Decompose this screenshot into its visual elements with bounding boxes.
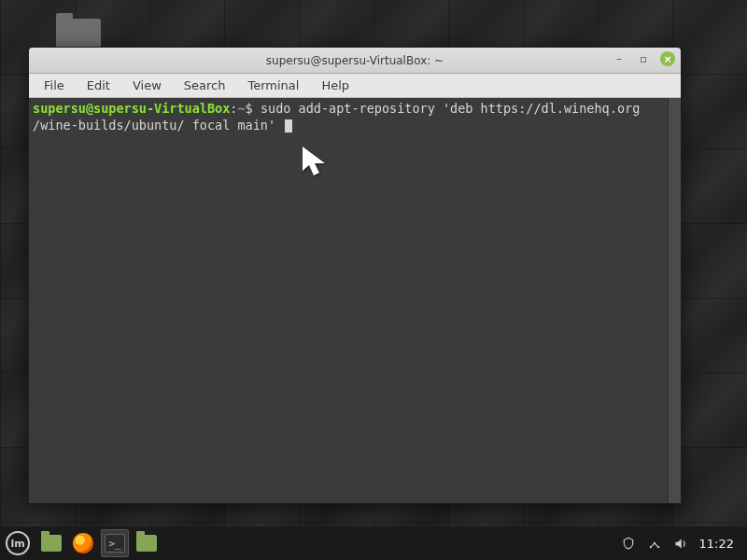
maximize-button[interactable]: ▫ <box>636 51 651 66</box>
window-title: supersu@supersu-VirtualBox: ~ <box>266 54 444 67</box>
terminal-line: /wine-builds/ubuntu/ focal main' <box>33 117 677 133</box>
taskbar-terminal[interactable]: >_ <box>101 529 129 557</box>
window-controls: – ▫ × <box>612 51 675 66</box>
prompt-user: supersu@supersu-VirtualBox <box>33 101 230 116</box>
terminal-body[interactable]: supersu@supersu-VirtualBox:~$ sudo add-a… <box>29 98 681 503</box>
menu-help[interactable]: Help <box>312 76 359 95</box>
folder-icon <box>136 535 157 552</box>
menu-search[interactable]: Search <box>175 76 235 95</box>
menu-view[interactable]: View <box>123 76 171 95</box>
close-button[interactable]: × <box>660 51 675 66</box>
taskbar-clock[interactable]: 11:22 <box>699 537 734 551</box>
terminal-menubar: File Edit View Search Terminal Help <box>29 74 681 98</box>
taskbar-files-2[interactable] <box>133 529 161 557</box>
terminal-line: supersu@supersu-VirtualBox:~$ sudo add-a… <box>33 100 677 117</box>
taskbar-firefox[interactable] <box>69 529 97 557</box>
folder-icon <box>41 535 62 552</box>
command-text: /wine-builds/ubuntu/ focal main' <box>33 118 283 133</box>
taskbar: lm >_ 11:22 <box>0 526 747 560</box>
taskbar-files[interactable] <box>37 529 65 557</box>
window-titlebar[interactable]: supersu@supersu-VirtualBox: ~ – ▫ × <box>29 48 681 74</box>
menu-file[interactable]: File <box>35 76 74 95</box>
terminal-cursor <box>285 119 292 133</box>
command-text: sudo add-apt-repository 'deb https://dl.… <box>253 101 641 116</box>
terminal-window: supersu@supersu-VirtualBox: ~ – ▫ × File… <box>28 47 682 504</box>
menu-terminal[interactable]: Terminal <box>238 76 308 95</box>
start-menu-button[interactable]: lm <box>6 531 30 555</box>
volume-icon[interactable] <box>673 536 688 551</box>
prompt-path: ~ <box>237 101 245 116</box>
minimize-button[interactable]: – <box>612 51 627 66</box>
menu-edit[interactable]: Edit <box>78 76 120 95</box>
system-tray: 11:22 <box>621 536 734 551</box>
shield-icon[interactable] <box>621 536 636 551</box>
firefox-icon <box>73 533 93 553</box>
network-icon[interactable] <box>647 536 662 551</box>
terminal-scrollbar[interactable] <box>668 98 681 503</box>
terminal-icon: >_ <box>105 534 125 553</box>
prompt-symbol: $ <box>246 101 253 116</box>
